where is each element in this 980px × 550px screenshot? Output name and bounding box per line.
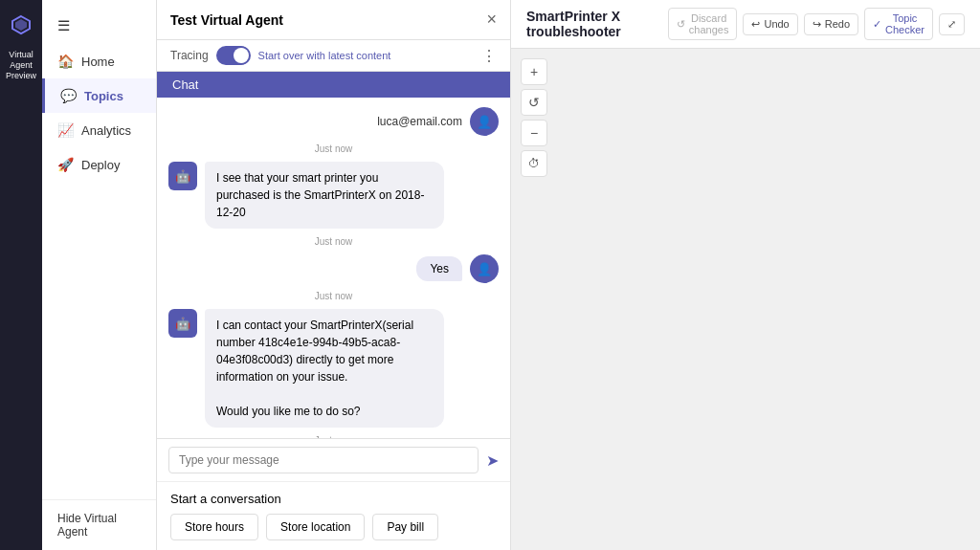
bot-bubble-2: I can contact your SmartPrinterX(serial … bbox=[205, 309, 444, 428]
nav-item-analytics[interactable]: 📈 Analytics bbox=[42, 113, 156, 147]
nav-item-deploy[interactable]: 🚀 Deploy bbox=[42, 147, 156, 182]
timestamp-2: Just now bbox=[168, 236, 499, 247]
bot-avatar-1: 🤖 bbox=[168, 162, 197, 190]
message-row-user-email: luca@email.com 👤 bbox=[168, 107, 499, 136]
canvas-content: Expression ✓ ⋯ + + Add Expression Yes Bo… bbox=[511, 49, 980, 550]
nav-item-topics[interactable]: 💬 Topics bbox=[42, 78, 156, 113]
rotate-button[interactable]: ↺ bbox=[521, 89, 547, 116]
canvas-area: SmartPrinter X troubleshooter ↺ Discard … bbox=[511, 0, 980, 550]
icon-sidebar: Virtual Agent Preview bbox=[0, 0, 42, 550]
nav-item-home[interactable]: 🏠 Home bbox=[42, 44, 156, 78]
zoom-controls: + ↺ − ⏱ bbox=[521, 58, 547, 177]
tracing-label: Tracing bbox=[170, 49, 209, 62]
start-conversation-title: Start a conversation bbox=[170, 492, 497, 506]
zoom-out-button[interactable]: − bbox=[521, 120, 547, 146]
undo-icon: ↩ bbox=[751, 18, 760, 31]
close-button[interactable]: × bbox=[486, 10, 497, 30]
chat-panel: Test Virtual Agent × Tracing Start over … bbox=[157, 0, 511, 550]
message-row-bot-2: 🤖 I can contact your SmartPrinterX(seria… bbox=[168, 309, 499, 428]
conv-buttons: Store hours Store location Pay bill bbox=[170, 514, 497, 540]
timestamp-1: Just now bbox=[168, 143, 499, 154]
more-options-icon[interactable]: ⋮ bbox=[481, 47, 497, 65]
canvas-header: SmartPrinter X troubleshooter ↺ Discard … bbox=[511, 0, 980, 49]
app-title-sidebar: Virtual Agent Preview bbox=[0, 50, 42, 80]
analytics-icon: 📈 bbox=[57, 122, 74, 138]
topic-checker-icon: ✓ bbox=[873, 18, 881, 31]
fit-button[interactable]: ⏱ bbox=[521, 150, 547, 177]
message-row-user-yes: Yes 👤 bbox=[168, 254, 499, 283]
chat-panel-title: Test Virtual Agent bbox=[170, 12, 283, 28]
canvas-toolbar: ↺ Discard changes ↩ Undo ↪ Redo ✓ Topic … bbox=[668, 8, 965, 40]
store-location-button[interactable]: Store location bbox=[266, 514, 365, 540]
flow-container: Expression ✓ ⋯ + + Add Expression Yes Bo… bbox=[511, 49, 980, 550]
canvas-title: SmartPrinter X troubleshooter bbox=[526, 9, 668, 39]
menu-icon: ☰ bbox=[57, 17, 70, 34]
message-row-bot-1: 🤖 I see that your smart printer you purc… bbox=[168, 162, 499, 229]
svg-marker-1 bbox=[15, 19, 27, 31]
chat-subheader: Tracing Start over with latest content ⋮ bbox=[157, 40, 510, 72]
redo-button[interactable]: ↪ Redo bbox=[804, 13, 858, 35]
main-nav: ☰ 🏠 Home 💬 Topics 📈 Analytics 🚀 Deploy H… bbox=[42, 0, 157, 550]
tracing-toggle[interactable] bbox=[216, 46, 251, 65]
chat-input[interactable] bbox=[168, 447, 479, 473]
store-hours-button[interactable]: Store hours bbox=[170, 514, 258, 540]
pay-bill-button[interactable]: Pay bill bbox=[372, 514, 438, 540]
send-icon[interactable]: ➤ bbox=[486, 451, 499, 470]
start-over-label[interactable]: Start over with latest content bbox=[258, 50, 391, 61]
chat-panel-header: Test Virtual Agent × bbox=[157, 0, 510, 40]
bot-avatar-2: 🤖 bbox=[168, 309, 197, 338]
timestamp-3: Just now bbox=[168, 291, 499, 301]
app-logo bbox=[4, 8, 38, 42]
start-conversation-section: Start a conversation Store hours Store l… bbox=[157, 481, 510, 550]
chat-messages: luca@email.com 👤 Just now 🤖 I see that y… bbox=[157, 98, 510, 438]
bot-bubble-1: I see that your smart printer you purcha… bbox=[205, 162, 444, 229]
user-bubble-yes: Yes bbox=[416, 256, 462, 281]
zoom-in-button[interactable]: + bbox=[521, 58, 547, 85]
undo-button[interactable]: ↩ Undo bbox=[743, 13, 797, 35]
discard-icon: ↺ bbox=[677, 18, 685, 31]
redo-icon: ↪ bbox=[813, 18, 821, 31]
discard-changes-button[interactable]: ↺ Discard changes bbox=[668, 8, 738, 40]
topics-icon: 💬 bbox=[60, 88, 77, 103]
deploy-icon: 🚀 bbox=[57, 157, 74, 172]
topic-checker-button[interactable]: ✓ Topic Checker bbox=[864, 8, 933, 40]
hide-agent-btn[interactable]: Hide Virtual Agent bbox=[42, 499, 156, 550]
nav-item-menu[interactable]: ☰ bbox=[42, 8, 156, 44]
expand-button[interactable]: ⤢ bbox=[939, 13, 965, 35]
user-avatar-2: 👤 bbox=[470, 254, 499, 283]
chat-tab[interactable]: Chat bbox=[157, 72, 510, 98]
chat-input-area: ➤ bbox=[157, 438, 510, 481]
user-email: luca@email.com bbox=[377, 115, 462, 128]
home-icon: 🏠 bbox=[57, 54, 74, 69]
user-avatar: 👤 bbox=[470, 107, 499, 136]
